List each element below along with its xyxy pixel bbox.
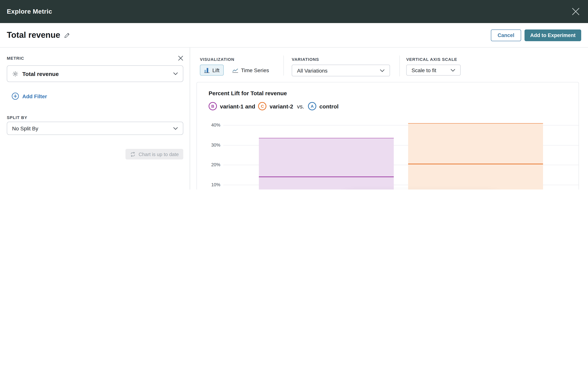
chart-controls: VISUALIZATION Lift Time Series VARIATION: [190, 47, 588, 76]
topbar: Explore Metric: [0, 0, 588, 23]
chart-title: Percent Lift for Total revenue: [209, 90, 579, 96]
chevron-down-icon: [173, 127, 178, 130]
ci-band-variant-2[interactable]: [408, 123, 543, 190]
edit-metric-name-button[interactable]: [64, 32, 70, 38]
metric-config-panel: METRIC Total revenue Add Filter SPLIT BY…: [0, 47, 190, 190]
plus-circle-icon: [12, 93, 19, 100]
metric-icon: [12, 70, 18, 77]
pencil-icon: [64, 32, 70, 38]
bar-chart-icon: [204, 67, 210, 73]
cancel-button[interactable]: Cancel: [491, 29, 521, 41]
close-metric-panel-button[interactable]: [178, 56, 183, 61]
control-name: control: [319, 103, 339, 109]
chart-card: Percent Lift for Total revenue B variant…: [196, 82, 579, 190]
chart-comparison-legend: B variant-1 and C variant-2 vs. A contro…: [209, 102, 579, 110]
lift-mean-line-variant-2: [408, 164, 543, 164]
metric-title: Total revenue: [7, 30, 60, 40]
modal-title: Explore Metric: [7, 8, 52, 15]
split-by-select[interactable]: No Split By: [7, 122, 183, 135]
refresh-icon: [130, 151, 136, 157]
add-to-experiment-button[interactable]: Add to Experiment: [524, 29, 581, 41]
chevron-down-icon: [380, 69, 385, 72]
variations-label: VARIATIONS: [292, 57, 319, 62]
axis-scale-label: VERTICAL AXIS SCALE: [406, 57, 457, 62]
add-filter-label: Add Filter: [22, 93, 47, 99]
split-by-value: No Split By: [12, 125, 38, 131]
chevron-down-icon: [173, 72, 178, 75]
split-by-label: SPLIT BY: [7, 115, 183, 120]
chart-status-label: Chart is up to date: [139, 151, 179, 157]
tab-lift-label: Lift: [212, 67, 219, 73]
variant-c-badge: C: [258, 102, 267, 110]
close-button[interactable]: [569, 5, 582, 18]
metric-section-label: METRIC: [7, 56, 24, 61]
variations-select[interactable]: All Variations: [292, 65, 390, 76]
visualization-label: VISUALIZATION: [200, 57, 235, 62]
metric-select[interactable]: Total revenue: [7, 65, 183, 82]
line-chart-icon: [232, 67, 238, 73]
close-icon: [178, 56, 183, 61]
lift-chart: Percent Lift 0%10%20%30%40% Variations: [197, 113, 579, 190]
explore-main: VISUALIZATION Lift Time Series VARIATION: [190, 47, 588, 190]
control-badge: A: [308, 102, 316, 110]
plot-area[interactable]: 0%10%20%30%40%: [223, 121, 579, 190]
metric-select-value: Total revenue: [22, 70, 59, 77]
axis-scale-select[interactable]: Scale to fit: [406, 65, 461, 76]
add-filter-button[interactable]: Add Filter: [12, 93, 47, 100]
tab-time-series[interactable]: Time Series: [228, 65, 273, 76]
chevron-down-icon: [450, 69, 455, 72]
variations-select-value: All Variations: [297, 67, 327, 74]
axis-scale-value: Scale to fit: [412, 67, 436, 73]
explore-metric-modal: Explore Metric Total revenue Cancel Add …: [0, 0, 588, 190]
variant-c-name: variant-2: [270, 103, 293, 109]
tab-lift[interactable]: Lift: [200, 65, 223, 76]
ci-band-variant-1[interactable]: [259, 138, 394, 190]
variant-b-name: variant-1 and: [220, 103, 255, 109]
page-header: Total revenue Cancel Add to Experiment: [0, 23, 588, 47]
tab-time-series-label: Time Series: [241, 67, 269, 73]
chart-status-button[interactable]: Chart is up to date: [126, 149, 183, 159]
y-axis-label: Percent Lift: [202, 121, 207, 190]
variant-b-badge: B: [209, 102, 217, 110]
close-icon: [571, 7, 580, 16]
lift-mean-line-variant-1: [259, 176, 394, 177]
vs-label: vs.: [297, 103, 304, 109]
